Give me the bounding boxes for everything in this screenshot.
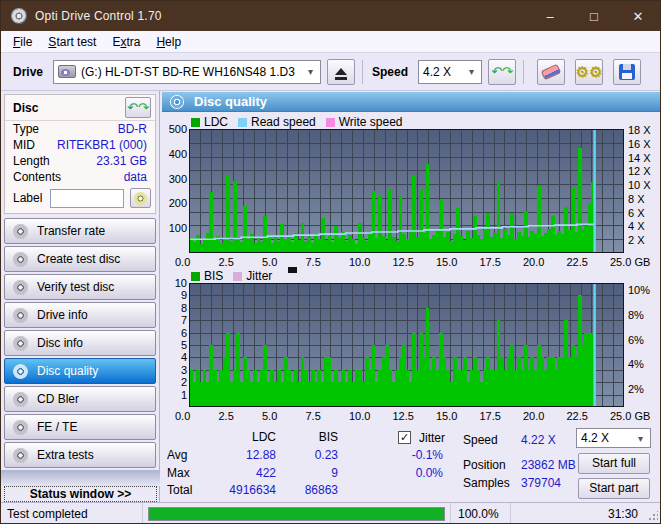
axis-tick-label: 8 <box>161 302 187 314</box>
cursor-artifact <box>288 267 297 273</box>
test-speed-select[interactable]: 4.2 X ▾ <box>576 428 651 448</box>
sidebar: Disc ↶↷ TypeBD-R MIDRITEKBR1 (000) Lengt… <box>1 91 160 503</box>
sidebar-item-cd-bler[interactable]: CD Bler <box>4 386 156 412</box>
disc-label-input[interactable] <box>50 189 124 208</box>
sidebar-item-disc-quality[interactable]: Disc quality <box>4 358 156 384</box>
toolbar: Drive (G:) HL-DT-ST BD-RE WH16NS48 1.D3 … <box>1 53 660 91</box>
chart2-legend: BISJitter <box>191 269 272 283</box>
max-bis-value: 9 <box>283 466 338 480</box>
sidebar-item-drive-info[interactable]: Drive info <box>4 302 156 328</box>
menu-item-file[interactable]: File <box>5 33 40 51</box>
axis-tick-label: 5.0 <box>262 256 304 268</box>
axis-tick-label: 25.0 GB <box>610 256 652 268</box>
axis-tick-label: 2% <box>628 383 644 395</box>
app-window: Opti Drive Control 1.70 – □ ✕ FileStart … <box>0 0 661 524</box>
disc-type-label: Type <box>13 122 39 136</box>
panel-title: Disc quality <box>194 94 267 109</box>
axis-tick-label: 1 <box>161 389 187 401</box>
disc-contents-value[interactable]: data <box>124 170 147 184</box>
avg-row-label: Avg <box>167 448 187 462</box>
disc-label-label: Label <box>13 191 42 205</box>
speed-stat-value: 4.22 X <box>521 433 556 447</box>
start-full-button[interactable]: Start full <box>578 453 650 474</box>
sidebar-item-verify-test-disc[interactable]: Verify test disc <box>4 274 156 300</box>
axis-tick-label: 7.5 <box>306 256 348 268</box>
progress-fill <box>149 508 444 520</box>
sidebar-item-disc-info[interactable]: Disc info <box>4 330 156 356</box>
stats-panel: LDC BIS ✓ Jitter Avg 12.88 0.23 -0.1% Ma… <box>161 421 661 503</box>
sidebar-item-extra-tests[interactable]: Extra tests <box>4 442 156 468</box>
sidebar-item-label: Transfer rate <box>37 224 105 238</box>
axis-tick-label: 400 <box>161 148 187 160</box>
avg-ldc-value: 12.88 <box>221 448 276 462</box>
axis-tick-label: 4 X <box>628 220 645 232</box>
drive-select-value: (G:) HL-DT-ST BD-RE WH16NS48 1.D3 <box>81 65 295 79</box>
status-window-button[interactable]: Status window >> <box>4 486 157 502</box>
sidebar-item-transfer-rate[interactable]: Transfer rate <box>4 218 156 244</box>
chart1-plot <box>189 129 624 253</box>
axis-tick-label: 8% <box>628 309 644 321</box>
disc-icon <box>13 364 28 379</box>
axis-tick-label: 4% <box>628 358 644 370</box>
axis-tick-label: 10 X <box>628 179 651 191</box>
menu-item-extra[interactable]: Extra <box>104 33 148 51</box>
avg-jitter-value: -0.1% <box>383 448 443 462</box>
maximize-button[interactable]: □ <box>572 1 616 31</box>
total-ldc-value: 4916634 <box>221 483 276 497</box>
disc-type-value: BD-R <box>118 122 147 136</box>
sidebar-item-create-test-disc[interactable]: Create test disc <box>4 246 156 272</box>
refresh-button[interactable]: ↶↷ <box>488 59 516 85</box>
axis-tick-label: 6 <box>161 327 187 339</box>
axis-tick-label: 16 X <box>628 138 651 150</box>
ldc-column-header: LDC <box>221 430 276 444</box>
axis-tick-label: 12 X <box>628 165 651 177</box>
max-ldc-value: 422 <box>221 466 276 480</box>
sidebar-item-fe-te[interactable]: FE / TE <box>4 414 156 440</box>
settings-button[interactable]: ⚙⚙ <box>575 59 603 85</box>
axis-tick-label: 2.5 <box>219 256 261 268</box>
sidebar-item-label: Disc info <box>37 336 83 350</box>
disc-panel-title: Disc <box>13 101 38 115</box>
axis-tick-label: 6 X <box>628 207 645 219</box>
minimize-button[interactable]: – <box>528 1 572 31</box>
axis-tick-label: 3 <box>161 364 187 376</box>
disc-mid-label: MID <box>13 138 35 152</box>
speed-stat-label: Speed <box>463 433 498 447</box>
axis-tick-label: 10 <box>161 277 187 289</box>
resize-grip-icon[interactable] <box>648 511 658 521</box>
total-row-label: Total <box>167 483 192 497</box>
close-button[interactable]: ✕ <box>616 1 660 31</box>
erase-disc-button[interactable] <box>537 59 565 85</box>
speed-select-value: 4.2 X <box>423 65 451 79</box>
drive-select[interactable]: (G:) HL-DT-ST BD-RE WH16NS48 1.D3 ▾ <box>53 60 321 84</box>
position-stat-value: 23862 MB <box>521 458 576 472</box>
menu-item-start-test[interactable]: Start test <box>40 33 104 51</box>
save-button[interactable] <box>613 59 641 85</box>
menu-item-help[interactable]: Help <box>148 33 189 51</box>
disc-label-button[interactable] <box>130 188 151 208</box>
chart2-plot <box>189 283 624 407</box>
title-bar: Opti Drive Control 1.70 – □ ✕ <box>1 1 660 31</box>
disc-icon <box>13 336 28 351</box>
elapsed-time: 31:30 <box>511 503 660 524</box>
jitter-checkbox[interactable]: ✓ <box>398 430 411 444</box>
legend-swatch-icon <box>233 272 242 281</box>
speed-select[interactable]: 4.2 X ▾ <box>418 60 482 84</box>
disc-icon <box>13 448 28 463</box>
toolbar-separator <box>362 60 363 84</box>
test-speed-value: 4.2 X <box>581 431 609 445</box>
refresh-icon: ↶↷ <box>127 101 149 114</box>
disc-contents-label: Contents <box>13 170 61 184</box>
main-panel: Disc quality LDCRead speedWrite speed 50… <box>161 91 661 503</box>
axis-tick-label: 4 <box>161 351 187 363</box>
eject-button[interactable] <box>327 59 355 85</box>
sidebar-item-label: Extra tests <box>37 448 94 462</box>
progress-section <box>143 503 451 524</box>
disc-refresh-button[interactable]: ↶↷ <box>125 97 151 118</box>
eraser-icon <box>541 63 562 80</box>
start-part-button[interactable]: Start part <box>578 478 650 499</box>
disc-icon <box>13 280 28 295</box>
axis-tick-label: 7 <box>161 314 187 326</box>
axis-tick-label: 18 X <box>628 124 651 136</box>
axis-tick-label: 10.0 <box>349 256 391 268</box>
